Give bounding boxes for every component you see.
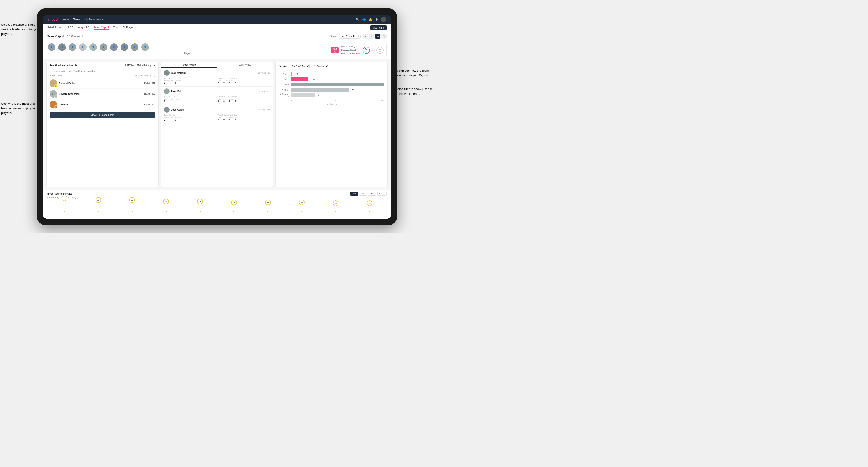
annotation-bottom-left: See who is the most and least active amo… [1,101,39,115]
tab-most-active[interactable]: Most Active [161,62,217,68]
chevron-down-icon: ▾ [154,64,155,67]
active-player-3-header: Josh Coles 26 Aug 2023 [164,107,270,113]
grid-view-icon[interactable]: ⊞ [363,34,368,39]
streak-stem-3 [132,204,132,210]
player-avatar-2[interactable]: 👤 [58,43,66,52]
streak-bubble-6: 4x [231,199,237,205]
streak-point-4: 5x [163,198,169,212]
player-avatar-3[interactable]: 👤 [68,43,76,52]
scoring-par-select[interactable]: Par 3, 4 & 5s Par 3s Par 4s Par 5s [290,64,310,68]
bell-icon[interactable]: 🔔 [369,18,372,21]
search-icon[interactable]: 🔍 [355,18,359,21]
player-info-1: Richard Butler [59,82,142,85]
view-leaderboard-button[interactable]: View Full Leaderboard [50,112,155,118]
streaks-title: Best Round Streaks [48,192,72,195]
player-info-3: Cameron... [59,103,142,106]
people-icon[interactable]: 👥 [362,18,366,21]
subnav-all-players[interactable]: All Players [123,26,135,30]
shot-badge: 198 SQ [331,47,339,53]
active-player-1-name: Blair McHarg [171,72,257,74]
nav-performance[interactable]: My Performance [85,18,103,21]
leaderboard-filter[interactable]: PUTT Must Make Putting ... ▾ [125,64,156,67]
add-team-button[interactable]: Add Team [370,25,386,30]
filter-btn-ott[interactable]: OTT [350,192,358,195]
view-icons: ⊞ ≡ ⊟ ⇅ [363,34,386,39]
settings-icon[interactable]: ⚙ [375,18,378,21]
active-player-2-stats: Total Rounds Tournament 8 Practice 4 [164,96,270,103]
edit-icon[interactable]: ✎ [82,35,84,38]
chart-row-dbogeys: D. Bogeys + 131 [279,93,384,98]
player-avatar-8[interactable]: 👤 [120,43,129,52]
subnav-pga[interactable]: PGA [68,26,73,30]
chart-bar-wrap-eagles: 3 [290,72,384,76]
leaderboard-title: Practice Leaderboards [50,64,78,67]
streak-bubble-7: 4x [265,199,271,205]
player-name-2: Edward Crossman [59,93,142,95]
avatars-row: 👤 👤 👤 👤 👤 👤 👤 👤 👤 👤 [48,43,328,52]
streak-stem-1 [64,202,64,210]
user-avatar[interactable]: U [381,17,386,22]
practice-activities-group-1: Total Practice Activities OTT 0 APP 0 [218,77,270,85]
tab-least-active[interactable]: Least Active [217,62,273,68]
streak-bubble-5: 5x [197,198,203,204]
streak-point-6: 4x [231,199,237,212]
chart-bar-bogeys: 311 [290,88,349,92]
filter-icon[interactable]: ⇅ [381,34,386,39]
streak-bubble-2: 6x [96,197,101,203]
subnav-team-clippd[interactable]: Team Clippd [94,26,109,30]
streak-dot-1 [64,211,65,212]
player-avatar-6[interactable]: 👤 [99,43,108,52]
active-player-1-date: 26 Aug 2023 [258,72,270,74]
chart-bar-wrap-bogeys: 311 [290,88,384,92]
avatars-section: 👤 👤 👤 👤 👤 👤 👤 👤 👤 👤 Players [43,41,391,59]
streak-dot-8 [301,211,302,212]
streak-point-7: 4x [265,199,271,212]
chart-area: Eagles 3 Birdies [276,70,387,187]
player-avatar-10[interactable]: 👤 [141,43,149,52]
tablet-frame: clippd Home Teams My Performance 🔍 👥 🔔 ⚙… [36,8,398,225]
player-avatar-5[interactable]: 👤 [89,43,97,52]
active-player-2-name: Rees Britt [171,90,256,93]
player-avatar-4[interactable]: 👤 [79,43,87,52]
chart-bar-dbogeys: 131 [290,93,315,97]
yds-indicators: 16 yds — 0 yds [363,47,383,54]
player-info-2: Edward Crossman [59,93,142,95]
scoring-filter-2[interactable]: All Players [312,64,329,68]
filter-btn-arg[interactable]: ARG [368,192,376,195]
streaks-header: Best Round Streaks OTT APP ARG PUTT [48,192,386,195]
streak-point-2: 6x [96,197,101,212]
chart-val-eagles: 3 [297,73,298,75]
filter-btn-app[interactable]: APP [359,192,367,195]
tablet-screen: clippd Home Teams My Performance 🔍 👥 🔔 ⚙… [43,15,391,219]
scoring-filter-1[interactable]: Par 3, 4 & 5s Par 3s Par 4s Par 5s [290,64,310,68]
leaderboard-row-2[interactable]: EC 2 Edward Crossman 18/20 107 [47,89,158,99]
streaks-filter-buttons: OTT APP ARG PUTT [350,192,386,195]
nav-home[interactable]: Home [62,18,69,21]
player-avatar-7[interactable]: 👤 [110,43,118,52]
player-avatar-9[interactable]: 👤 [130,43,139,52]
list-view-icon[interactable]: ≡ [369,34,374,39]
streaks-section: Best Round Streaks OTT APP ARG PUTT Off … [43,190,391,219]
nav-teams[interactable]: Teams [73,18,81,21]
scoring-player-select[interactable]: All Players [312,64,329,68]
chart-label-birdies: Birdies [279,78,289,81]
active-player-3-stats: Total Rounds Tournament 7 Practice 2 [164,114,270,121]
shot-details: Shot Dist: 16 yds Start Lie: Rough End L… [341,45,361,55]
filter-btn-putt[interactable]: PUTT [377,192,387,195]
subnav-tour[interactable]: Tour [113,26,118,30]
period-select[interactable]: Last 3 months Last 6 months Last year [339,34,361,39]
chart-bar-wrap-pars: 499 [290,83,384,86]
chart-x-labels: 0 200 400 [279,99,384,102]
player-avatar-1[interactable]: 👤 [48,43,56,52]
leaderboard-row-1[interactable]: RB 1 Richard Butler 19/20 110 [47,78,158,89]
card-view-icon[interactable]: ⊟ [375,34,380,39]
rank-badge-silver: 2 [54,95,58,98]
player-avg-2: 107 [152,93,156,95]
leaderboard-row-3[interactable]: C 3 Cameron... 17/20 103 [47,99,158,110]
subnav-hcaps[interactable]: Hcaps 1-5 [78,26,89,30]
subnav-pgat[interactable]: PGAT Players [48,26,64,30]
player-avg-3: 103 [152,103,156,106]
active-player-1-stats: Total Rounds Tournament 7 Practice 6 [164,77,270,85]
logo: clippd [48,18,58,21]
player-rank-avatar-2: EC 2 [50,90,57,98]
